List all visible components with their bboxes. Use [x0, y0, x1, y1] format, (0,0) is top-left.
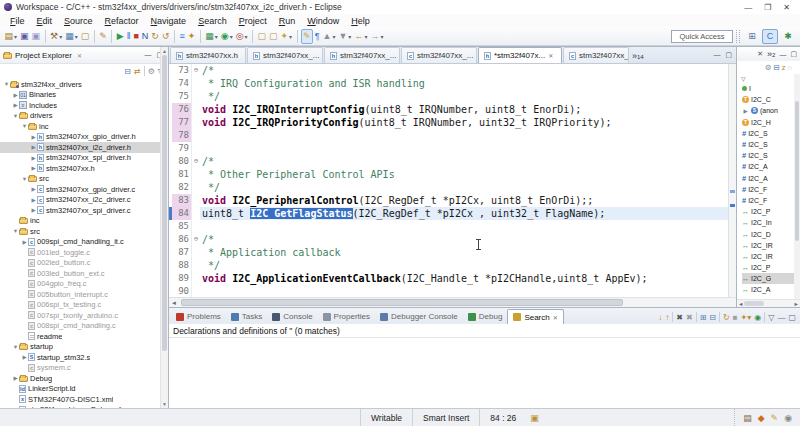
expand-arrow-icon[interactable]: ▶ [30, 197, 37, 203]
code-line[interactable]: 79 [169, 142, 728, 155]
search-cancel-search-button[interactable]: ■ [733, 313, 738, 322]
outline-item[interactable]: I [742, 83, 800, 94]
code-editor[interactable]: 73⊖/*74 * IRQ Configuration and ISR hand… [169, 64, 728, 297]
tree-item[interactable]: c007spi_txonly_arduino.c [0, 310, 168, 321]
tab-close-icon[interactable]: ✕ [548, 52, 553, 59]
cpp-perspective-button[interactable]: C [762, 29, 778, 44]
outline-item[interactable]: #I2C_S [742, 150, 800, 161]
outline-item[interactable]: TI2C_C [742, 94, 800, 105]
menu-edit[interactable]: Edit [31, 16, 59, 26]
open-task-button[interactable]: ▢ [268, 29, 279, 44]
search-prev-match-button[interactable]: ↑ [665, 313, 669, 322]
editor-tab[interactable]: hstm32f407xx_... [324, 47, 400, 63]
menu-window[interactable]: Window [301, 16, 345, 26]
bottom-tab-search[interactable]: Search✕ [507, 309, 563, 324]
bottom-tab-tasks[interactable]: Tasks [226, 309, 267, 324]
code-line[interactable]: 84uint8_t I2C_GetFlagStatus(I2C_RegDef_t… [169, 207, 728, 220]
code-line[interactable]: 82 */ [169, 181, 728, 194]
code-line[interactable]: 80⊖/* [169, 155, 728, 168]
code-line[interactable]: 89void I2C_ApplicationEventCallback(I2C_… [169, 272, 728, 285]
outline-tab-overflow[interactable]: »2 [767, 49, 775, 59]
code-line[interactable]: 83void I2C_PeripheralControl(I2C_RegDef_… [169, 194, 728, 207]
outline-item[interactable]: ↔I2C_IR [742, 251, 800, 262]
outline-hide-fields-button[interactable]: z [782, 63, 786, 72]
search-expand-all-button[interactable]: ⊞ [700, 313, 707, 322]
tree-item[interactable]: ▶hstm32f407xx_i2c_driver.h [0, 142, 168, 153]
overview-ruler[interactable] [728, 64, 736, 297]
outline-collapse-all-button[interactable]: ⊟ [773, 63, 779, 72]
tree-item[interactable]: ▶cstm32f407xx_i2c_driver.c [0, 195, 168, 206]
collapse-arrow-icon[interactable]: ▼ [12, 113, 19, 119]
tree-item[interactable]: readme [0, 331, 168, 342]
run-as-button[interactable]: ◉▾ [220, 29, 234, 44]
search-button[interactable]: ✦▾ [280, 29, 294, 44]
search-remove-all-button[interactable]: ✖ [686, 313, 693, 322]
code-line[interactable]: 75 */ [169, 90, 728, 103]
tree-item[interactable]: ▶cstm32f407xx_gpio_driver.c [0, 184, 168, 195]
expand-arrow-icon[interactable]: ▶ [30, 144, 37, 150]
code-line[interactable]: 86⊖/* [169, 233, 728, 246]
resume-button[interactable]: ▶ [116, 29, 125, 44]
outline-item[interactable]: #I2C_F [742, 195, 800, 206]
outline-item[interactable]: ↔I2C_In [742, 217, 800, 228]
collapse-arrow-icon[interactable]: ▼ [12, 344, 19, 350]
profile-as-button[interactable]: ◎▾ [235, 29, 249, 44]
build-config-button[interactable]: ▦▾ [64, 29, 79, 44]
back-button[interactable]: ←▾ [353, 29, 368, 44]
outline-minimize-button[interactable]: — [779, 51, 786, 58]
editor-tab[interactable]: hstm32f407xx_... [247, 47, 323, 63]
prev-annotation-button[interactable]: ▲▾ [322, 29, 337, 44]
window-minimize-button[interactable]: — [744, 3, 752, 12]
restart-button[interactable]: ↻ [150, 29, 160, 44]
search-minimize-button[interactable]: — [777, 313, 785, 322]
build-all-button[interactable]: ⚒▾ [49, 29, 63, 44]
forward-dropdown-icon[interactable]: ▾ [380, 33, 383, 40]
outline-hide-static-button[interactable]: ◌ [788, 63, 792, 72]
quick-access-box[interactable]: Quick Access [671, 30, 733, 43]
tree-item[interactable]: ▼src [0, 226, 168, 237]
search-history-button[interactable]: ✦▾ [741, 313, 752, 322]
menu-run[interactable]: Run [273, 16, 302, 26]
build-all-dropdown-icon[interactable]: ▾ [59, 33, 62, 40]
outline-item[interactable]: ↔I2C_P [742, 206, 800, 217]
snippets-button[interactable]: ✦ [187, 29, 197, 44]
tree-item[interactable]: ▼drivers [0, 111, 168, 122]
expand-arrow-icon[interactable]: ▶ [21, 354, 28, 360]
tree-item[interactable]: ▼src [0, 174, 168, 185]
search-maximize-button[interactable]: ▢ [788, 313, 796, 322]
web-resources-button[interactable]: ◉ [784, 413, 792, 423]
explorer-link-with-editor-button[interactable]: ⇄ [134, 67, 141, 76]
tree-item[interactable]: ▶cstm32f407xx_spi_driver.c [0, 205, 168, 216]
menu-refactor[interactable]: Refactor [99, 16, 145, 26]
explorer-scrollbar[interactable]: ▲▼ [160, 47, 168, 408]
outline-horizontal-scrollbar[interactable]: ◄► [737, 299, 800, 307]
show-whitespace-button[interactable]: ¶ [314, 29, 321, 44]
code-line[interactable]: 87 * Application callback [169, 246, 728, 259]
bottom-tab-debugger-console[interactable]: Debugger Console [375, 309, 463, 324]
expand-arrow-icon[interactable]: ▶ [30, 134, 37, 140]
window-close-button[interactable]: ✕ [783, 3, 790, 12]
menu-navigate[interactable]: Navigate [145, 16, 193, 26]
mark-occurrences-button[interactable]: ✎ [301, 29, 313, 44]
whats-new-button[interactable]: ✎ [771, 413, 779, 423]
outline-item[interactable]: #I2C_A [742, 161, 800, 172]
expand-arrow-icon[interactable]: ▶ [12, 375, 19, 381]
open-perspective-button[interactable]: ⊞ [744, 29, 760, 44]
bottom-tab-problems[interactable]: Problems [171, 309, 226, 324]
code-line[interactable]: 85 [169, 220, 728, 233]
next-annotation-dropdown-icon[interactable]: ▾ [348, 33, 351, 40]
open-type-button[interactable]: ▢ [257, 29, 268, 44]
tree-item[interactable]: ▶hstm32f407xx.h [0, 163, 168, 174]
tree-item[interactable]: c006spi_tx_testing.c [0, 300, 168, 311]
editor-presentation-icon[interactable]: ▣ [530, 413, 539, 423]
menu-search[interactable]: Search [192, 16, 233, 26]
expand-arrow-icon[interactable]: ▶ [21, 239, 28, 245]
menu-project[interactable]: Project [233, 16, 273, 26]
debug-as-button[interactable]: ▦▾ [204, 29, 219, 44]
bottom-tab-debug[interactable]: Debug [463, 309, 508, 324]
search-pin-view-button[interactable]: ◉ [754, 313, 761, 322]
editor-tab[interactable]: cstm32f407xx_... [401, 47, 477, 63]
step-button[interactable]: N [141, 29, 150, 44]
prev-annotation-dropdown-icon[interactable]: ▾ [332, 33, 335, 40]
tree-item[interactable]: c003led_button_ext.c [0, 268, 168, 279]
